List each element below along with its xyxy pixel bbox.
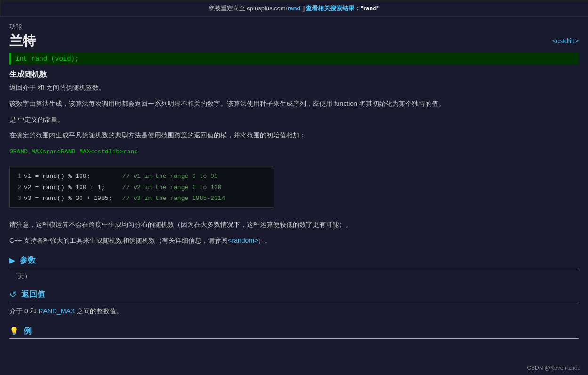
code-comment-1: // v1 in the range 0 to 99 bbox=[122, 171, 218, 182]
code-block: 1 v1 = rand() % 100; // v1 in the range … bbox=[9, 167, 273, 208]
params-none: （无） bbox=[11, 272, 579, 280]
redirect-quoted: "rand" bbox=[361, 5, 380, 12]
line-num-2: 2 bbox=[16, 182, 21, 193]
code-line-2: 2 v2 = rand() % 100 + 1; // v2 in the ra… bbox=[16, 182, 267, 193]
code-comment-3: // v3 in the range 1985-2014 bbox=[122, 193, 225, 204]
code-line-3: 3 v3 = rand() % 30 + 1985; // v3 in the … bbox=[16, 193, 267, 204]
random-link[interactable]: <random> bbox=[228, 237, 258, 244]
rand-max-link[interactable]: RAND_MAX bbox=[38, 307, 75, 315]
redirect-text: 您被重定向至 cplusplus.com/ bbox=[209, 5, 288, 12]
header-tag: <cstdlib> bbox=[552, 37, 579, 45]
footer-note: CSDN @Keven-zhou bbox=[527, 365, 580, 371]
desc-typical: 在确定的范围内生成平凡伪随机数的典型方法是使用范围跨度的返回值的模，并将范围的初… bbox=[9, 130, 579, 141]
code-line-1: 1 v1 = rand() % 100; // v1 in the range … bbox=[16, 171, 267, 182]
desc-constant: 是 中定义的常量。 bbox=[9, 114, 579, 126]
return-icon: ↺ bbox=[9, 289, 16, 300]
examples-title: 例 bbox=[24, 326, 32, 336]
redirect-bold: rand bbox=[287, 5, 300, 12]
params-section-header: ▶ 参数 bbox=[9, 255, 579, 268]
return-title: 返回值 bbox=[21, 289, 45, 300]
redirect-search-link[interactable]: 查看相关搜索结果： bbox=[306, 5, 361, 12]
redirect-bar: 您被重定向至 cplusplus.com/rand ||查看相关搜索结果："ra… bbox=[0, 0, 588, 17]
notice-text: 请注意，这种模运算不会在跨度中生成均匀分布的随机数（因为在大多数情况下，这种运算… bbox=[9, 219, 579, 231]
cpp-random-text: C++ 支持各种强大的工具来生成随机数和伪随机数（有关详细信息，请参阅<rand… bbox=[9, 235, 579, 247]
return-description: 介于 0 和 RAND_MAX 之间的整数值。 bbox=[9, 306, 579, 317]
return-section-header: ↺ 返回值 bbox=[9, 289, 579, 302]
page-title: 兰特 bbox=[9, 32, 36, 50]
examples-section-header: 💡 例 bbox=[9, 326, 579, 339]
desc-range: 返回介于 和 之间的伪随机整数。 bbox=[9, 82, 579, 94]
params-icon: ▶ bbox=[9, 256, 15, 265]
cstdlib-link[interactable]: <cstdlib> bbox=[552, 37, 579, 45]
category-label: 功能 bbox=[9, 23, 579, 31]
title-row: 兰特 <cstdlib> bbox=[9, 32, 579, 50]
examples-icon: 💡 bbox=[9, 327, 19, 335]
code-text-2: v2 = rand() % 100 + 1; bbox=[24, 182, 120, 193]
line-num-3: 3 bbox=[16, 193, 21, 204]
section-heading-generate: 生成随机数 bbox=[9, 70, 579, 80]
code-comment-2: // v2 in the range 1 to 100 bbox=[122, 182, 222, 193]
desc-algorithm: 该数字由算法生成，该算法每次调用时都会返回一系列明显不相关的数字。该算法使用种子… bbox=[9, 98, 579, 110]
line-num-1: 1 bbox=[16, 171, 21, 182]
redirect-separator: || bbox=[300, 5, 305, 12]
function-signature: int rand (void); bbox=[9, 53, 579, 65]
inline-codes: 0RAND_MAXsrandRAND_MAX<cstdlib>rand bbox=[9, 146, 579, 157]
code-text-1: v1 = rand() % 100; bbox=[24, 171, 120, 182]
code-text-3: v3 = rand() % 30 + 1985; bbox=[24, 193, 120, 204]
params-title: 参数 bbox=[20, 255, 36, 266]
main-content: 功能 兰特 <cstdlib> int rand (void); 生成随机数 返… bbox=[0, 17, 588, 348]
